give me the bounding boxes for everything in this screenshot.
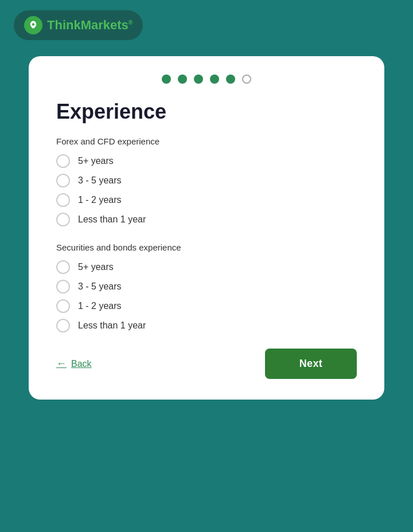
top-bar: ThinkMarkets®: [0, 0, 413, 50]
forex-option-1to2[interactable]: 1 - 2 years: [56, 193, 357, 207]
securities-radio-group: 5+ years 3 - 5 years 1 - 2 years Less th…: [56, 260, 357, 332]
sec-label-1to2: 1 - 2 years: [78, 301, 122, 311]
main-card: Experience Forex and CFD experience 5+ y…: [29, 56, 384, 400]
sec-option-5plus[interactable]: 5+ years: [56, 260, 357, 274]
sec-radio-less1[interactable]: [56, 319, 70, 332]
logo-markets: Markets: [81, 18, 128, 32]
forex-label-5plus: 5+ years: [78, 156, 114, 166]
back-arrow-icon: ←: [56, 358, 67, 370]
back-label: Back: [71, 359, 92, 369]
securities-section-label: Securities and bonds experience: [56, 242, 357, 252]
sec-radio-1to2[interactable]: [56, 299, 70, 313]
dot-2: [178, 75, 187, 84]
sec-radio-3to5[interactable]: [56, 280, 70, 294]
forex-option-less1[interactable]: Less than 1 year: [56, 213, 357, 226]
forex-radio-3to5[interactable]: [56, 174, 70, 187]
logo-text: ThinkMarkets®: [47, 18, 133, 33]
next-button[interactable]: Next: [265, 349, 357, 379]
sec-radio-5plus[interactable]: [56, 260, 70, 274]
sec-option-1to2[interactable]: 1 - 2 years: [56, 299, 357, 313]
forex-label-1to2: 1 - 2 years: [78, 195, 122, 205]
sec-option-3to5[interactable]: 3 - 5 years: [56, 280, 357, 294]
forex-label-3to5: 3 - 5 years: [78, 175, 122, 186]
logo-icon: [24, 16, 42, 34]
forex-option-5plus[interactable]: 5+ years: [56, 154, 357, 168]
dot-3: [194, 75, 203, 84]
dot-1: [162, 75, 171, 84]
progress-dots: [56, 75, 357, 84]
forex-section-label: Forex and CFD experience: [56, 136, 357, 146]
dot-5: [226, 75, 235, 84]
forex-radio-1to2[interactable]: [56, 193, 70, 207]
back-button[interactable]: ← Back: [56, 358, 92, 370]
forex-radio-5plus[interactable]: [56, 154, 70, 168]
dot-4: [210, 75, 219, 84]
page-title: Experience: [56, 100, 357, 124]
logo-container: ThinkMarkets®: [14, 10, 143, 40]
forex-radio-less1[interactable]: [56, 213, 70, 226]
forex-radio-group: 5+ years 3 - 5 years 1 - 2 years Less th…: [56, 154, 357, 226]
dot-6: [242, 75, 251, 84]
forex-label-less1: Less than 1 year: [78, 214, 146, 225]
logo-registered: ®: [128, 19, 133, 26]
sec-label-5plus: 5+ years: [78, 262, 114, 272]
logo-think: Think: [47, 18, 81, 32]
forex-option-3to5[interactable]: 3 - 5 years: [56, 174, 357, 187]
sec-option-less1[interactable]: Less than 1 year: [56, 319, 357, 332]
footer: ← Back Next: [56, 349, 357, 379]
sec-label-3to5: 3 - 5 years: [78, 281, 122, 292]
sec-label-less1: Less than 1 year: [78, 320, 146, 331]
